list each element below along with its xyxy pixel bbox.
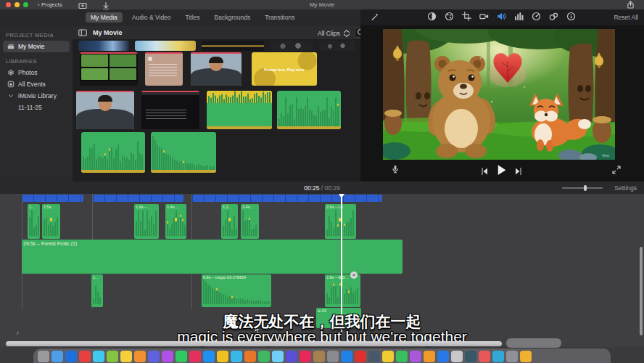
dock-app-icon[interactable]	[93, 351, 104, 362]
color-balance-icon[interactable]	[427, 12, 437, 21]
timeline-audio-clip[interactable]: 1.9s – …	[134, 204, 159, 239]
sidebar-item-all-events[interactable]: All Events	[3, 78, 70, 90]
dock-app-icon[interactable]	[396, 351, 408, 362]
skip-forward-icon[interactable]	[514, 167, 523, 176]
dock-app-icon[interactable]	[465, 351, 476, 362]
color-palette-icon[interactable]	[445, 12, 454, 21]
video-clip-bar[interactable]	[22, 195, 83, 202]
noise-eq-icon[interactable]	[514, 12, 524, 21]
media-clip-thumbnail[interactable]	[81, 132, 145, 173]
dock-app-icon[interactable]	[134, 351, 146, 362]
dock-app-icon[interactable]	[382, 351, 394, 362]
media-clip-thumbnail[interactable]	[80, 52, 138, 86]
share-icon[interactable]	[627, 1, 635, 9]
crop-icon[interactable]	[462, 12, 471, 21]
media-clip-thumbnail[interactable]	[319, 41, 355, 51]
dock-app-icon[interactable]	[231, 351, 242, 362]
speed-icon[interactable]	[532, 12, 541, 21]
dock-app-icon[interactable]	[107, 351, 118, 362]
media-clip-thumbnail[interactable]	[141, 91, 199, 129]
tab-my-media[interactable]: My Media	[86, 12, 123, 23]
sidebar-item-my-movie[interactable]: My Movie	[3, 41, 70, 52]
play-icon[interactable]	[495, 164, 506, 175]
dock-app-icon[interactable]	[162, 351, 173, 362]
media-clip-thumbnail[interactable]	[202, 41, 264, 51]
media-clip-thumbnail[interactable]	[145, 52, 183, 86]
tab-transitions[interactable]: Transitions	[260, 12, 300, 23]
dock-app-icon[interactable]	[217, 351, 228, 362]
tab-titles[interactable]: Titles	[181, 12, 205, 23]
info-icon[interactable]	[566, 12, 576, 21]
dock-app-icon[interactable]	[65, 351, 77, 362]
volume-icon[interactable]	[497, 12, 506, 21]
sidebar-toggle-icon[interactable]	[78, 28, 87, 37]
dock-app-icon[interactable]	[451, 351, 463, 362]
dock-app-icon[interactable]	[327, 351, 339, 362]
dock-app-icon[interactable]	[189, 351, 201, 362]
dock-app-icon[interactable]	[410, 351, 421, 362]
media-clip-thumbnail[interactable]	[78, 41, 129, 51]
media-clip-thumbnail[interactable]	[151, 132, 216, 173]
dock-app-icon[interactable]	[148, 351, 160, 362]
tab-audio-video[interactable]: Audio & Video	[127, 12, 176, 23]
dock-app-icon[interactable]	[51, 351, 63, 362]
playhead-handle[interactable]	[339, 194, 344, 198]
media-clip-thumbnail[interactable]	[191, 52, 242, 86]
dock-app-icon[interactable]	[313, 351, 325, 362]
noise-reduction-icon[interactable]	[549, 12, 558, 21]
media-clip-thumbnail[interactable]	[207, 91, 272, 129]
background-music-clip[interactable]: 29.5s – Forest Frolic (1)	[22, 240, 402, 274]
dock-app-icon[interactable]	[479, 351, 490, 362]
dock-app-icon[interactable]	[203, 351, 215, 362]
dock-app-icon[interactable]	[341, 351, 352, 362]
stabilization-icon[interactable]	[479, 12, 489, 21]
timeline-audio-clip[interactable]: 1.5s…	[42, 204, 60, 239]
dock-app-icon[interactable]	[79, 351, 91, 362]
skip-back-icon[interactable]	[480, 167, 489, 176]
video-clip-bar[interactable]	[192, 195, 382, 202]
timeline-audio-clip[interactable]: 1…	[91, 274, 103, 307]
dock-app-icon[interactable]	[176, 351, 187, 362]
enhance-wand-icon[interactable]	[371, 12, 379, 21]
dock-app-icon[interactable]	[506, 351, 518, 362]
timeline-audio-clip[interactable]: 1…	[28, 204, 40, 239]
dock-app-icon[interactable]	[424, 351, 435, 362]
media-clip-thumbnail[interactable]	[135, 41, 196, 51]
video-clip-bar[interactable]	[93, 195, 183, 202]
media-clip-thumbnail[interactable]: Prompt less, Play more	[252, 52, 317, 86]
timeline-audio-clip[interactable]: 1.4s…	[241, 204, 259, 239]
timeline-zoom-slider[interactable]	[562, 187, 603, 189]
dock-app-icon[interactable]	[272, 351, 284, 362]
media-clip-thumbnail[interactable]	[270, 41, 313, 51]
dock-app-icon[interactable]	[520, 351, 532, 362]
media-clip-thumbnail[interactable]	[277, 91, 341, 129]
timeline-settings-button[interactable]: Settings	[614, 184, 637, 192]
dock-app-icon[interactable]	[286, 351, 297, 362]
adjust-toolbar: Reset All	[360, 9, 644, 25]
dock-app-icon[interactable]	[244, 351, 256, 362]
timeline-horizontal-scrollbar[interactable]	[6, 341, 502, 346]
dock-app-icon[interactable]	[368, 351, 380, 362]
sidebar-item-imovie-library[interactable]: iMovie Library	[3, 90, 70, 102]
timeline-audio-clip[interactable]: 2.8s – BiD…	[325, 274, 360, 307]
dock-app-icon[interactable]	[355, 351, 366, 362]
dock-app-icon[interactable]	[437, 351, 449, 362]
sidebar-item-11-11-25[interactable]: 11-11-25	[3, 102, 70, 113]
dock-app-icon[interactable]	[120, 351, 132, 362]
slider-thumb[interactable]	[584, 185, 587, 191]
dock-app-icon[interactable]	[300, 351, 311, 362]
fullscreen-icon[interactable]	[612, 166, 621, 174]
clips-filter-dropdown[interactable]: All Clips	[318, 29, 351, 38]
timeline-audio-clip[interactable]: 1.4s…	[165, 204, 186, 239]
tab-backgrounds[interactable]: Backgrounds	[210, 12, 256, 23]
sidebar-item-photos[interactable]: Photos	[3, 67, 70, 78]
record-voiceover-mic-icon[interactable]	[391, 165, 400, 174]
dock-app-icon[interactable]	[492, 351, 504, 362]
dock-app-icon[interactable]	[258, 351, 270, 362]
timeline-audio-clip[interactable]: 1.2…	[221, 204, 238, 239]
timeline-audio-clip[interactable]: 6.8s – magic-03-278824	[202, 274, 271, 307]
clip-mute-badge-icon[interactable]: ×	[350, 272, 358, 279]
media-clip-thumbnail[interactable]	[76, 91, 134, 129]
reset-all-button[interactable]: Reset All	[614, 14, 638, 21]
dock-app-icon[interactable]	[38, 351, 49, 362]
